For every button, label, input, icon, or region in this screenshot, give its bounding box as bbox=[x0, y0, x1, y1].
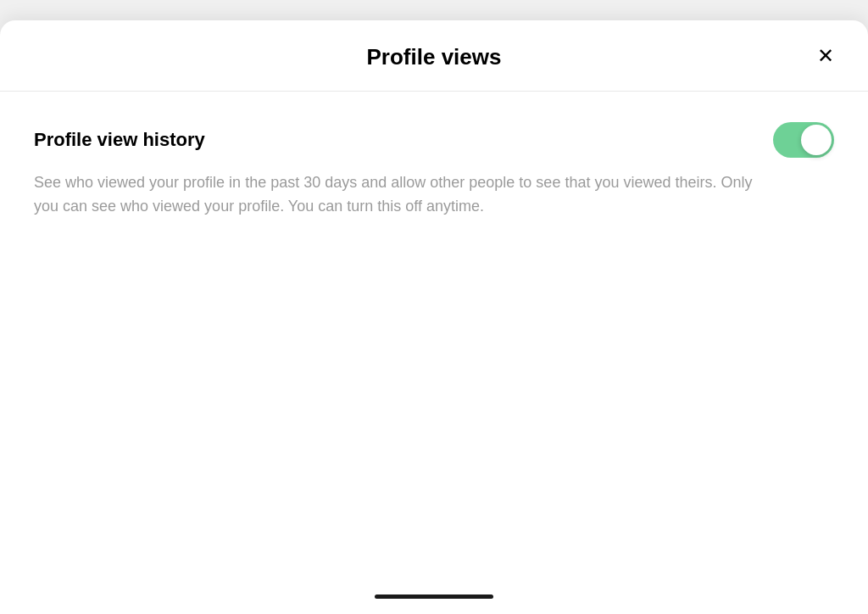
home-indicator bbox=[375, 594, 493, 599]
setting-row: Profile view history bbox=[34, 122, 834, 158]
setting-label: Profile view history bbox=[34, 129, 205, 151]
modal-header: Profile views ✕ bbox=[0, 20, 868, 92]
profile-views-modal: Profile views ✕ Profile view history See… bbox=[0, 20, 868, 614]
close-button[interactable]: ✕ bbox=[810, 41, 841, 71]
toggle-container bbox=[773, 122, 834, 158]
modal-body: Profile view history See who viewed your… bbox=[0, 92, 868, 594]
modal-title: Profile views bbox=[367, 44, 502, 70]
setting-description: See who viewed your profile in the past … bbox=[34, 171, 763, 219]
profile-view-history-toggle[interactable] bbox=[773, 122, 834, 158]
close-icon: ✕ bbox=[817, 44, 834, 68]
toggle-knob bbox=[801, 125, 832, 155]
